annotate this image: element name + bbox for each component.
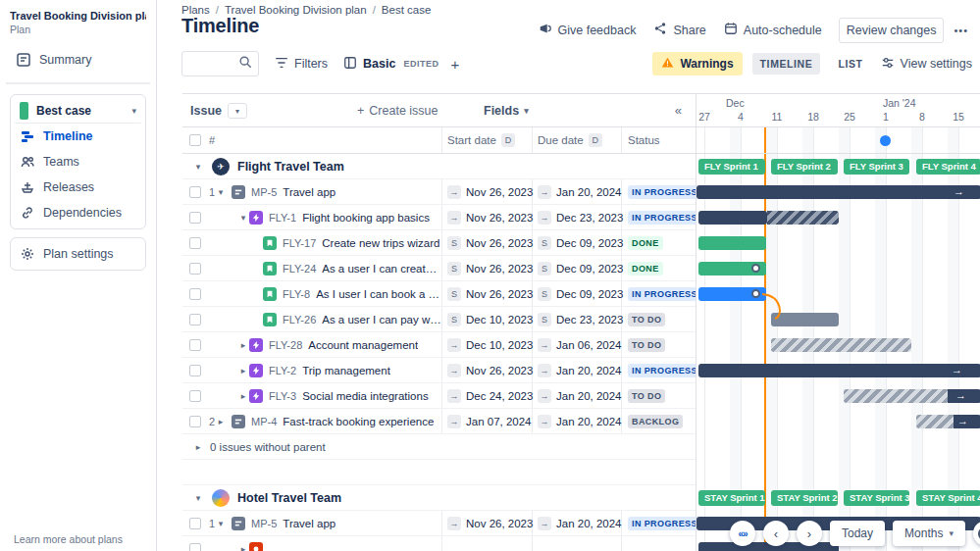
resize-panel-handle[interactable]: «» [730,521,755,546]
start-date-value[interactable]: Dec 10, 2023 [466,339,533,351]
issue-key[interactable]: FLY-1 [269,212,296,224]
row-checkbox[interactable] [189,186,201,198]
table-row[interactable]: 1▾ MP-5Travel app →Nov 26, 2023 →Jan 20,… [182,511,696,536]
sprint-bar[interactable]: STAY Sprint 3 [844,490,909,506]
sprint-bar[interactable]: FLY Sprint 4 [916,159,980,175]
issue-column-header[interactable]: Issue [190,104,222,118]
sprint-bar[interactable]: FLY Sprint 2 [771,159,838,175]
issue-key[interactable]: MP-5 [251,518,277,529]
table-row[interactable]: FLY-26As a user I can pay with cr... SDe… [182,307,696,332]
collapse-fields-icon[interactable]: « [675,103,682,118]
issue-title[interactable]: As a user I can create a cu... [322,263,441,275]
status-badge[interactable]: TO DO [628,313,665,326]
scroll-right-button[interactable]: › [797,521,822,546]
gantt-bar[interactable] [698,364,980,377]
gantt-bar-projection[interactable] [771,338,911,352]
table-row[interactable]: ▸FLY-2Trip management →Nov 26, 2023 →Jan… [182,358,696,383]
sidebar-item-dependencies[interactable]: Dependencies [14,200,142,225]
status-badge[interactable]: BACKLOG [628,415,683,428]
row-checkbox[interactable] [189,543,201,551]
create-issue-button[interactable]: + Create issue [357,104,438,118]
table-row[interactable]: ▾FLY-1Flight booking app basics →Nov 26,… [182,205,696,230]
dependency-dot[interactable] [751,264,760,273]
due-date-value[interactable]: Jan 06, 2024 [556,339,622,351]
info-button[interactable]: i [973,521,980,546]
chevron-down-icon[interactable]: ▾ [215,519,227,528]
row-checkbox[interactable] [189,314,201,326]
chevron-right-icon[interactable]: ▸ [237,366,249,376]
chevron-right-icon[interactable]: ▸ [237,544,249,551]
issue-title[interactable]: Travel app [283,518,335,529]
row-checkbox[interactable] [189,237,201,249]
add-view-button[interactable]: + [450,56,459,73]
issue-key[interactable]: MP-4 [251,416,277,427]
issue-key[interactable]: FLY-24 [283,263,316,275]
row-checkbox[interactable] [189,263,201,275]
issue-title[interactable]: Create new trips wizard [322,237,439,249]
more-actions-button[interactable]: ••• [948,20,974,41]
row-checkbox[interactable] [189,390,201,402]
issue-key[interactable]: FLY-8 [283,288,310,300]
chevron-down-icon[interactable]: ▾ [192,493,204,503]
view-settings-button[interactable]: View settings [881,56,972,73]
gantt-bar[interactable] [698,211,767,225]
status-badge[interactable]: IN PROGRESS [628,517,701,530]
status-badge[interactable]: TO DO [628,338,665,352]
today-button[interactable]: Today [830,521,885,546]
due-date-value[interactable]: Dec 23, 2023 [556,212,623,224]
sidebar-item-plan-settings[interactable]: Plan settings [14,241,142,267]
issue-key[interactable]: FLY-17 [283,237,316,249]
table-row[interactable]: ▸FLY-28Account management →Dec 10, 2023 … [182,332,696,358]
start-date-value[interactable]: Nov 26, 2023 [466,365,533,376]
issue-title[interactable]: Trip management [302,365,390,376]
status-badge[interactable]: IN PROGRESS [628,364,701,377]
tab-list[interactable]: LIST [830,53,870,75]
due-date-value[interactable]: Jan 20, 2024 [556,416,622,427]
issue-title[interactable]: Account management [308,339,418,351]
sprint-bar[interactable]: FLY Sprint 1 [698,159,765,175]
issue-key[interactable]: FLY-26 [283,314,316,326]
chevron-right-icon[interactable]: ▸ [215,417,227,426]
team-group-header[interactable]: ▾ Hotel Travel Team [182,485,696,511]
start-date-value[interactable]: Dec 10, 2023 [466,314,533,326]
issue-title[interactable]: Social media integrations [302,390,429,402]
sprint-bar[interactable]: STAY Sprint 1 [698,490,765,506]
start-date-value[interactable]: Nov 26, 2023 [466,518,533,529]
issue-title[interactable]: As a user I can pay with cr... [322,314,441,326]
row-checkbox[interactable] [189,212,201,224]
scroll-left-button[interactable]: ‹ [763,521,789,546]
sidebar-item-timeline[interactable]: Timeline [14,124,142,149]
issue-key[interactable]: FLY-28 [269,339,302,351]
row-checkbox[interactable] [189,288,201,300]
start-date-value[interactable]: Dec 24, 2023 [466,390,533,402]
breadcrumb-scenario[interactable]: Best case [382,4,432,16]
select-all-checkbox[interactable] [189,134,201,146]
table-row[interactable]: FLY-24As a user I can create a cu... SNo… [182,256,696,281]
gantt-bar[interactable] [771,313,839,326]
dependency-dot[interactable] [751,289,760,298]
chevron-right-icon[interactable]: ▸ [237,340,249,350]
issue-title[interactable]: Fast-track booking experience [283,416,434,427]
view-switcher[interactable]: Basic EDITED [343,56,438,73]
start-date-value[interactable]: Jan 07, 2024 [466,416,532,427]
tab-timeline[interactable]: TIMELINE [752,53,821,75]
sidebar-item-teams[interactable]: Teams [14,149,142,175]
warnings-badge[interactable]: Warnings [652,52,742,75]
table-row[interactable]: 2▸ MP-4Fast-track booking experience →Ja… [182,409,696,434]
give-feedback-button[interactable]: Give feedback [532,17,644,43]
filters-button[interactable]: Filters [275,56,328,73]
learn-more-link[interactable]: Learn more about plans [14,533,123,545]
row-checkbox[interactable] [189,339,201,351]
issue-title[interactable]: Flight booking app basics [302,212,430,224]
due-date-value[interactable]: Jan 20, 2024 [556,518,622,529]
start-date-column-header[interactable]: Start date [447,134,496,146]
table-row[interactable]: 1▾ MP-5Travel app →Nov 26, 2023 →Jan 20,… [182,179,696,205]
issue-sort-dropdown[interactable]: ▾ [228,103,247,119]
team-group-header[interactable]: ▾ ✈ Flight Travel Team [182,154,696,179]
issue-key[interactable]: FLY-2 [269,365,296,376]
status-badge[interactable]: TO DO [628,389,665,403]
gantt-bar[interactable] [696,185,980,199]
release-marker[interactable] [880,135,891,146]
due-date-value[interactable]: Dec 23, 2023 [556,314,623,326]
scenario-switcher[interactable]: Best case ▾ [14,98,142,124]
